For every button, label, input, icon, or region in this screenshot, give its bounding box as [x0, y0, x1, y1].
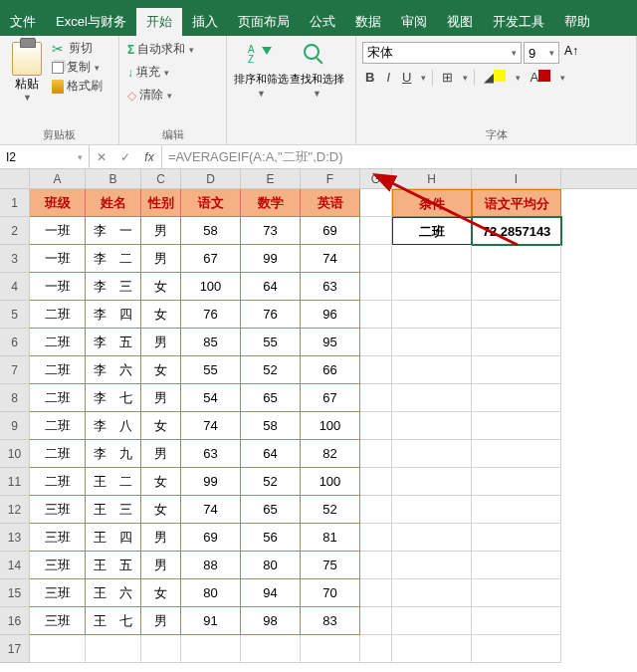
tab-view[interactable]: 视图	[437, 8, 483, 36]
row-header[interactable]: 2	[0, 217, 30, 245]
cut-button[interactable]: ✂剪切	[52, 40, 103, 57]
cell[interactable]: 73	[241, 217, 301, 245]
name-box[interactable]: I2▾	[0, 145, 90, 168]
copy-button[interactable]: 复制▾	[52, 59, 103, 76]
fill-color-button[interactable]: ◢	[481, 68, 509, 87]
row-header[interactable]: 13	[0, 524, 30, 552]
row-header[interactable]: 15	[0, 579, 30, 607]
cell[interactable]: 55	[241, 329, 301, 356]
tab-dev[interactable]: 开发工具	[483, 8, 554, 36]
row-header[interactable]: 1	[0, 189, 30, 217]
cell[interactable]: 二班	[30, 301, 86, 329]
formula-input[interactable]: =AVERAGEIF(A:A,"二班",D:D)	[162, 145, 637, 168]
cell[interactable]: 100	[301, 468, 360, 496]
cell[interactable]: 李 九	[86, 440, 141, 468]
cell[interactable]	[472, 607, 561, 635]
cell[interactable]	[360, 301, 392, 329]
cell[interactable]	[472, 245, 561, 273]
cell[interactable]: 男	[141, 524, 181, 552]
cell[interactable]: 58	[181, 217, 241, 245]
cell[interactable]: 52	[241, 468, 301, 496]
italic-button[interactable]: I	[383, 68, 393, 87]
fx-button[interactable]: fx	[137, 150, 161, 164]
cell[interactable]: 80	[181, 579, 241, 607]
cell[interactable]	[392, 273, 472, 301]
col-header[interactable]: D	[181, 169, 241, 188]
font-color-button[interactable]: A	[527, 68, 553, 87]
col-header[interactable]: C	[141, 169, 181, 188]
cell[interactable]: 88	[181, 552, 241, 579]
cell[interactable]	[392, 245, 472, 273]
cell[interactable]: 女	[141, 356, 181, 384]
cell[interactable]: 66	[301, 356, 360, 384]
row-header[interactable]: 7	[0, 356, 30, 384]
cell[interactable]	[30, 635, 86, 663]
tab-file[interactable]: 文件	[0, 8, 46, 36]
paste-button[interactable]: 粘贴 ▼	[6, 40, 48, 110]
cell[interactable]: 一班	[30, 245, 86, 273]
tab-help[interactable]: 帮助	[554, 8, 600, 36]
cell[interactable]	[472, 440, 561, 468]
cell[interactable]	[392, 524, 472, 552]
cell[interactable]	[392, 468, 472, 496]
cell[interactable]	[392, 384, 472, 412]
cell[interactable]	[360, 607, 392, 635]
cell[interactable]	[360, 384, 392, 412]
cell[interactable]: 52	[301, 496, 360, 524]
cell[interactable]	[360, 245, 392, 273]
cell[interactable]: 63	[181, 440, 241, 468]
col-header[interactable]: B	[86, 169, 141, 188]
cell[interactable]: 100	[301, 412, 360, 440]
cell[interactable]: 74	[301, 245, 360, 273]
cell[interactable]: 李 六	[86, 356, 141, 384]
col-header[interactable]: A	[30, 169, 86, 188]
cell[interactable]: 三班	[30, 524, 86, 552]
cell[interactable]	[141, 635, 181, 663]
row-header[interactable]: 5	[0, 301, 30, 329]
cell[interactable]	[392, 579, 472, 607]
cell[interactable]: 王 六	[86, 579, 141, 607]
cell[interactable]	[301, 635, 360, 663]
cell[interactable]: 王 五	[86, 552, 141, 579]
cell[interactable]: 75	[301, 552, 360, 579]
cell[interactable]: 女	[141, 579, 181, 607]
cell[interactable]: 数学	[241, 189, 301, 217]
cell[interactable]: 李 二	[86, 245, 141, 273]
cell[interactable]	[392, 356, 472, 384]
cell[interactable]: 男	[141, 552, 181, 579]
cell[interactable]: 三班	[30, 552, 86, 579]
cell[interactable]: 二班	[30, 356, 86, 384]
cell[interactable]: 二班	[392, 217, 472, 245]
cell[interactable]: 80	[241, 552, 301, 579]
cell[interactable]: 语文平均分	[472, 189, 561, 217]
cell[interactable]	[360, 440, 392, 468]
cell[interactable]	[392, 329, 472, 356]
cell[interactable]: 52	[241, 356, 301, 384]
cell[interactable]: 76	[181, 301, 241, 329]
active-cell[interactable]: 72.2857143	[472, 217, 561, 245]
cell[interactable]	[392, 412, 472, 440]
col-header[interactable]: I	[472, 169, 561, 188]
cell[interactable]: 85	[181, 329, 241, 356]
cell[interactable]: 二班	[30, 412, 86, 440]
cell[interactable]: 二班	[30, 384, 86, 412]
cell[interactable]: 男	[141, 440, 181, 468]
cell[interactable]	[472, 552, 561, 579]
cell[interactable]: 二班	[30, 329, 86, 356]
cell[interactable]	[360, 273, 392, 301]
cell[interactable]: 语文	[181, 189, 241, 217]
cell[interactable]: 班级	[30, 189, 86, 217]
cell[interactable]: 56	[241, 524, 301, 552]
cell[interactable]: 王 二	[86, 468, 141, 496]
row-header[interactable]: 9	[0, 412, 30, 440]
cell[interactable]: 女	[141, 468, 181, 496]
cell[interactable]: 98	[241, 607, 301, 635]
cell[interactable]: 一班	[30, 273, 86, 301]
cell[interactable]	[472, 273, 561, 301]
cell[interactable]	[360, 552, 392, 579]
cell[interactable]: 69	[181, 524, 241, 552]
border-button[interactable]: ⊞	[439, 68, 456, 87]
cell[interactable]: 83	[301, 607, 360, 635]
cell[interactable]: 李 四	[86, 301, 141, 329]
cell[interactable]	[472, 579, 561, 607]
